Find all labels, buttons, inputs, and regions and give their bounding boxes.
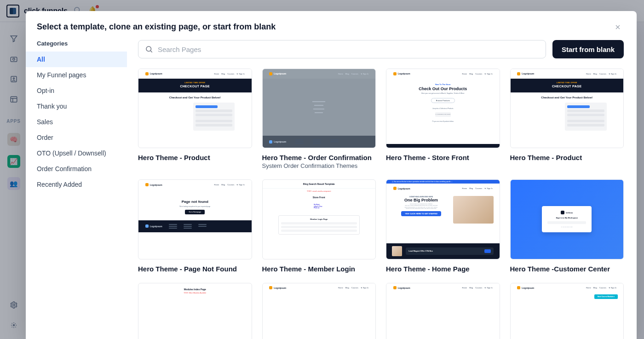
template-title: Hero Theme - Member Login	[262, 265, 376, 273]
template-card[interactable]: Modules Index PageTODO: More Modules Ava…	[138, 283, 252, 339]
template-card[interactable]: LogoipsumHomeBlogCourses★ Sign In	[386, 283, 500, 339]
template-card[interactable]: LogoipsumHomeBlogCourses★ Sign InPage no…	[138, 179, 252, 272]
close-button[interactable]	[614, 23, 622, 31]
svg-point-8	[146, 46, 151, 52]
template-title: Hero Theme - Store Front	[386, 154, 500, 161]
categories-heading: Categories	[26, 40, 127, 52]
template-thumbnail: LogoipsumHomeBlogCourses★ Sign InNew To …	[386, 69, 500, 148]
modal-title: Select a template, clone an existing pag…	[37, 22, 276, 32]
template-thumbnail: Modules Index PageTODO: More Modules Ava…	[138, 283, 252, 339]
template-thumbnail: LogoipsumHomeBlogCourses★ Sign InLIMITED…	[138, 69, 252, 148]
template-card[interactable]: LogoipsumHomeBlogCourses★ Sign InNew To …	[386, 69, 500, 169]
template-thumbnail: LogoipsumHomeBlogCourses★ Sign InPage no…	[138, 179, 252, 259]
search-input[interactable]	[158, 46, 539, 53]
template-card[interactable]: LogoipsumHomeBlogCourses★ Sign InLIMITED…	[138, 69, 252, 169]
template-thumbnail: LogoipsumHomeBlogCourses★ Sign InLogoips…	[262, 69, 376, 148]
template-title: Hero Theme -Customer Center	[510, 265, 624, 273]
start-from-blank-button[interactable]: Start from blank	[552, 40, 624, 58]
category-item[interactable]: All	[26, 52, 127, 67]
template-thumbnail: LogoipsumHomeBlogCourses★ Sign In	[386, 283, 500, 339]
template-title: Hero Theme - Order Confirmation	[262, 154, 376, 161]
template-subtitle: System Order Confirmation Themes	[262, 162, 376, 169]
template-title: Hero Theme - Page Not Found	[138, 265, 252, 273]
template-card[interactable]: Ut EnimSign in to My Workspaceor you can…	[510, 179, 624, 272]
template-thumbnail: Blog Search Result TemplateTODO: search-…	[262, 179, 376, 259]
template-thumbnail: Ut EnimSign in to My Workspaceor you can…	[510, 179, 624, 259]
template-thumbnail: LogoipsumHomeBlogCourses★ Sign InNext Co…	[510, 283, 624, 339]
template-title: Hero Theme - Home Page	[386, 265, 500, 273]
template-card[interactable]: ⓘ You can use this bar to show a promoti…	[386, 179, 500, 272]
template-card[interactable]: LogoipsumHomeBlogCourses★ Sign In	[262, 283, 376, 339]
template-thumbnail: ⓘ You can use this bar to show a promoti…	[386, 179, 500, 259]
search-icon	[145, 45, 153, 53]
template-title: Hero Theme - Product	[510, 154, 624, 161]
toolbar: Start from blank	[138, 40, 624, 58]
modal-header: Select a template, clone an existing pag…	[26, 11, 637, 40]
template-picker-modal: Select a template, clone an existing pag…	[26, 11, 637, 339]
category-item[interactable]: Recently Added	[26, 177, 127, 192]
categories-sidebar: Categories AllMy Funnel pagesOpt-inThank…	[26, 40, 127, 339]
category-item[interactable]: Thank you	[26, 98, 127, 114]
template-thumbnail: LogoipsumHomeBlogCourses★ Sign In	[262, 283, 376, 339]
template-card[interactable]: LogoipsumHomeBlogCourses★ Sign InLogoips…	[262, 69, 376, 169]
template-grid: LogoipsumHomeBlogCourses★ Sign InLIMITED…	[138, 69, 624, 339]
categories-list: AllMy Funnel pagesOpt-inThank youSalesOr…	[26, 52, 127, 192]
template-title: Hero Theme - Product	[138, 154, 252, 161]
search-field[interactable]	[138, 40, 546, 58]
category-item[interactable]: Opt-in	[26, 83, 127, 98]
template-thumbnail: LogoipsumHomeBlogCourses★ Sign InLIMITED…	[510, 69, 624, 148]
template-card[interactable]: Blog Search Result TemplateTODO: search-…	[262, 179, 376, 272]
template-card[interactable]: LogoipsumHomeBlogCourses★ Sign InNext Co…	[510, 283, 624, 339]
template-card[interactable]: LogoipsumHomeBlogCourses★ Sign InLIMITED…	[510, 69, 624, 169]
templates-main-area: Start from blank LogoipsumHomeBlogCourse…	[127, 40, 637, 339]
category-item[interactable]: My Funnel pages	[26, 67, 127, 83]
category-item[interactable]: Order	[26, 130, 127, 145]
category-item[interactable]: Sales	[26, 114, 127, 130]
category-item[interactable]: OTO (Upsell / Downsell)	[26, 145, 127, 161]
category-item[interactable]: Order Confirmation	[26, 161, 127, 177]
